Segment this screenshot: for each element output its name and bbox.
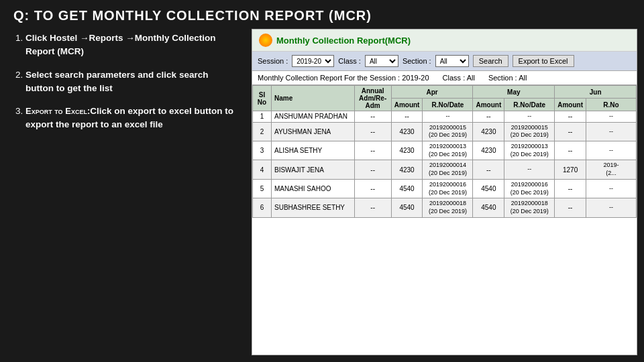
report-info-bar: Monthly Collection Report For the Sessio… [252, 71, 637, 85]
col-header-apr: Apr [391, 86, 473, 99]
session-label: Session : [258, 57, 288, 65]
table-cell: -- [423, 111, 473, 123]
table-cell: 2019- (2... [586, 160, 637, 179]
table-cell: -- [555, 111, 586, 123]
col-header-apr-amount: Amount [391, 99, 423, 111]
table-cell: -- [586, 122, 637, 141]
table-cell: -- [555, 198, 586, 217]
table-cell: MANASHI SAHOO [272, 179, 355, 198]
table-cell: -- [354, 111, 391, 123]
table-cell: 20192000013 (20 Dec 2019) [423, 141, 473, 160]
table-cell: 1270 [555, 160, 586, 179]
class-select[interactable]: All [365, 55, 398, 67]
table-cell: -- [504, 160, 555, 179]
table-cell: -- [354, 198, 391, 217]
table-cell: 20192000015 (20 Dec 2019) [423, 122, 473, 141]
export-label: Export to Excel: [25, 106, 90, 116]
table-cell: AYUSHMAN JENA [272, 122, 355, 141]
table-cell: -- [586, 111, 637, 123]
table-cell: 4230 [473, 141, 504, 160]
table-cell: 20192000016 (20 Dec 2019) [423, 179, 473, 198]
col-header-may-rndate: R.No/Date [504, 99, 555, 111]
step-1-text: Click Hostel →Reports →Monthly Collectio… [25, 33, 216, 56]
table-cell: BISWAJIT JENA [272, 160, 355, 179]
table-cell: -- [555, 141, 586, 160]
step-1-bold: Click Hostel →Reports →Monthly Collectio… [25, 33, 216, 56]
col-header-jun-rno: R.No [586, 99, 637, 111]
table-cell: 4540 [391, 179, 423, 198]
col-header-jun: Jun [555, 86, 637, 99]
report-title: Monthly Collection Report(MCR) [276, 36, 411, 46]
table-cell: 3 [253, 141, 272, 160]
table-cell: -- [354, 179, 391, 198]
report-header: Monthly Collection Report(MCR) [252, 29, 637, 52]
left-panel: Click Hostel →Reports →Monthly Collectio… [7, 29, 245, 355]
table-cell: 4540 [473, 179, 504, 198]
table-cell: ANSHUMAN PRADHAN [272, 111, 355, 123]
session-select[interactable]: 2019-20 [292, 55, 334, 67]
table-cell: -- [354, 160, 391, 179]
table-cell: 20192000018 (20 Dec 2019) [504, 198, 555, 217]
table-cell: -- [555, 179, 586, 198]
table-row: 2AYUSHMAN JENA--423020192000015 (20 Dec … [253, 122, 637, 141]
table-cell: 2 [253, 122, 272, 141]
table-cell: -- [504, 111, 555, 123]
filter-bar: Session : 2019-20 Class : All Section : … [252, 52, 637, 71]
right-panel: Monthly Collection Report(MCR) Session :… [252, 29, 637, 355]
table-cell: 1 [253, 111, 272, 123]
table-cell: -- [473, 160, 504, 179]
step-1: Click Hostel →Reports →Monthly Collectio… [25, 32, 238, 59]
table-cell: -- [354, 141, 391, 160]
step-2-bold: Select search parameters and click searc… [25, 70, 208, 93]
col-header-annual: Annual Adm/Re-Adm [354, 86, 391, 111]
table-row: 6SUBHASHREE SETHY--454020192000018 (20 D… [253, 198, 637, 217]
col-header-apr-rndate: R.No/Date [423, 99, 473, 111]
table-container: Sl No Name Annual Adm/Re-Adm Apr May Jun… [252, 85, 637, 218]
info-class: Class : All [443, 74, 475, 82]
table-cell: -- [473, 111, 504, 123]
step-2: Select search parameters and click searc… [25, 68, 238, 96]
col-header-may: May [473, 86, 555, 99]
table-cell: 6 [253, 198, 272, 217]
col-header-jun-amount: Amount [555, 99, 586, 111]
page-title: Q: TO GET MONTHLY COLLECTION REPORT (MCR… [0, 0, 644, 29]
table-cell: 4230 [473, 122, 504, 141]
table-cell: 20192000014 (20 Dec 2019) [423, 160, 473, 179]
table-cell: 4 [253, 160, 272, 179]
table-cell: ALISHA SETHY [272, 141, 355, 160]
table-cell: SUBHASHREE SETHY [272, 198, 355, 217]
class-label: Class : [338, 57, 361, 65]
table-row: 5MANASHI SAHOO--454020192000016 (20 Dec … [253, 179, 637, 198]
table-cell: 4540 [391, 198, 423, 217]
mcr-table: Sl No Name Annual Adm/Re-Adm Apr May Jun… [252, 85, 637, 218]
table-cell: 20192000016 (20 Dec 2019) [504, 179, 555, 198]
table-cell: 4230 [391, 141, 423, 160]
table-cell: 20192000013 (20 Dec 2019) [504, 141, 555, 160]
export-to-excel-button[interactable]: Export to Excel [513, 55, 574, 67]
col-header-may-amount: Amount [473, 99, 504, 111]
step-2-text: Select search parameters and click searc… [25, 70, 208, 93]
table-cell: -- [586, 198, 637, 217]
table-cell: 20192000018 (20 Dec 2019) [423, 198, 473, 217]
table-row: 3ALISHA SETHY--423020192000013 (20 Dec 2… [253, 141, 637, 160]
section-select[interactable]: All [435, 55, 469, 67]
table-cell: 4230 [391, 160, 423, 179]
step-3: Export to Excel:Click on export to excel… [25, 105, 238, 132]
report-icon [259, 34, 272, 47]
table-cell: -- [586, 179, 637, 198]
info-section: Section : All [488, 74, 527, 82]
table-cell: 4230 [391, 122, 423, 141]
col-header-slno: Sl No [253, 86, 272, 111]
table-cell: 4540 [473, 198, 504, 217]
info-session: Monthly Collection Report For the Sessio… [258, 74, 429, 82]
table-cell: -- [555, 122, 586, 141]
table-cell: -- [586, 141, 637, 160]
table-row: 1ANSHUMAN PRADHAN-------------- [253, 111, 637, 123]
col-header-name: Name [272, 86, 355, 111]
table-cell: -- [391, 111, 423, 123]
table-cell: -- [354, 122, 391, 141]
table-row: 4BISWAJIT JENA--423020192000014 (20 Dec … [253, 160, 637, 179]
search-button[interactable]: Search [473, 55, 508, 67]
section-label: Section : [402, 57, 431, 65]
table-cell: 20192000015 (20 Dec 2019) [504, 122, 555, 141]
